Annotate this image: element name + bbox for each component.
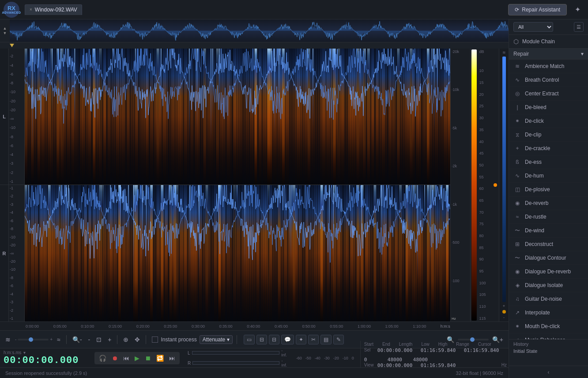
monitor-btn[interactable]: 🎧 [97, 353, 108, 363]
transport-bar: h:m:s.ms ▾ 00:00:00.000 🎧 ⏺ ⏮ ▶ ⏹ 🔁 ⏭ L [0, 348, 509, 367]
zoom-slider-thumb[interactable] [29, 337, 33, 342]
db-n4-r: -4 [10, 210, 23, 215]
module-item-ambience-match[interactable]: ≋ Ambience Match [509, 60, 588, 73]
file-tab[interactable]: × Window-092.WAV [25, 4, 82, 15]
ambience-match-icon: ≋ [513, 62, 521, 70]
repair-dropdown[interactable]: Repair ▾ [509, 49, 588, 60]
left-meter-bar [192, 351, 280, 355]
prev-btn[interactable]: ⏮ [121, 353, 131, 363]
main-layout: ▲ ▼ L R [0, 19, 588, 378]
module-item-de-crackle[interactable]: + De-crackle [509, 142, 588, 155]
right-meter-row: R -Inf. [188, 359, 288, 367]
left-meter-inf: -Inf. [281, 348, 288, 357]
module-item-de-ess[interactable]: ß De-ess [509, 155, 588, 169]
zoom-slider-right-thumb[interactable] [470, 337, 475, 342]
spectrogram-main[interactable] [25, 49, 450, 321]
pan-btn[interactable]: ✥ [133, 335, 142, 344]
module-item-dialogue-de-reverb[interactable]: ◉ Dialogue De-reverb [509, 265, 588, 279]
attenuate-select[interactable]: Attenuate ▾ [200, 335, 233, 344]
module-item-deconstruct[interactable]: ⊞ Deconstruct [509, 238, 588, 251]
next-btn[interactable]: ⏭ [167, 353, 177, 363]
vu-zoom-in[interactable]: + [503, 304, 505, 308]
attenuate-dropdown-arrow: ▾ [227, 336, 230, 343]
spectrogram-area[interactable]: L R -2 -4 -6 -8 -10 -20 -20 -∞ [0, 49, 509, 321]
gain-btn[interactable]: ▤ [320, 335, 332, 344]
rect-select-btn[interactable]: ▭ [244, 335, 255, 344]
play-btn[interactable]: ▶ [133, 353, 141, 363]
stop-btn[interactable]: ⏹ [143, 353, 153, 363]
expand-arrow-icon: ‹ [548, 369, 550, 375]
module-item-interpolate[interactable]: ↗ Interpolate [509, 306, 588, 320]
db-ninf-r: -∞ [10, 251, 23, 256]
ms-60: -60 [296, 356, 302, 360]
waveform-view-btn[interactable]: ≋ [4, 335, 12, 344]
pencil-btn[interactable]: ✎ [333, 335, 344, 344]
zoom-plus-icon[interactable]: + [50, 337, 53, 342]
vu-zoom-out[interactable]: - [503, 315, 505, 320]
module-item-de-hum[interactable]: ∿ De-hum [509, 169, 588, 183]
module-filter-select[interactable]: All Repair Utility [513, 22, 553, 32]
db-45: 45 [479, 151, 498, 155]
module-chain-row[interactable]: ⬡ Module Chain [509, 35, 588, 49]
mini-waveform-canvas[interactable] [10, 19, 509, 42]
module-item-de-click[interactable]: ⁕ De-click [509, 114, 588, 128]
instant-process-checkbox[interactable] [152, 336, 158, 343]
spectrogram-toggle-btn[interactable]: ≈ [55, 335, 62, 344]
breath-control-icon: ∿ [513, 76, 521, 84]
time-select-btn[interactable]: ⊟ [256, 335, 267, 344]
zoom-fit-btn[interactable]: ⊡ [94, 335, 103, 344]
lower-channel-spectrogram[interactable] [25, 185, 450, 321]
zoom-minus-icon[interactable]: - [15, 337, 16, 342]
info-bar: Session reopened successfully (2.9 s) 32… [0, 367, 509, 378]
module-item-de-reverb[interactable]: ◉ De-reverb [509, 197, 588, 210]
module-item-mouth-de-click[interactable]: ⁕ Mouth De-click [509, 320, 588, 333]
module-item-center-extract[interactable]: ◎ Center Extract [509, 87, 588, 101]
db-n6-r2: -6 [10, 284, 23, 288]
loop-btn[interactable]: 🔁 [155, 353, 166, 363]
freq-select-btn[interactable]: ⊟ [269, 335, 279, 344]
tick-45: 0:45:00 [275, 324, 288, 329]
db-gradient-bar [471, 49, 477, 321]
vu-indicator [502, 310, 506, 314]
magic-wand-btn[interactable]: ✦ [296, 335, 306, 344]
module-item-guitar-de-noise[interactable]: ♫ Guitar De-noise [509, 292, 588, 306]
zoom-out-2-btn[interactable]: - [87, 335, 92, 344]
db-35: 35 [479, 128, 498, 132]
module-item-de-bleed[interactable]: | De-bleed [509, 101, 588, 114]
settings-icon[interactable]: ✦ [570, 3, 584, 17]
sel-end: 01:16:59.840 [421, 348, 460, 353]
timecode-display: 00:00:00.000 [4, 355, 92, 366]
panel-menu-button[interactable]: ☰ [574, 22, 584, 32]
de-bleed-label: De-bleed [525, 104, 547, 110]
panel-header: All Repair Utility ☰ [509, 19, 588, 35]
zoom-slider[interactable] [18, 339, 49, 340]
db-n10: -10 [10, 90, 23, 94]
upper-channel-spectrogram[interactable] [25, 49, 450, 185]
record-btn[interactable]: ⏺ [110, 353, 120, 363]
panel-expand-button[interactable]: ‹ [509, 366, 588, 378]
repair-assistant-button[interactable]: ⟳ Repair Assistant [508, 4, 567, 15]
module-item-de-clip[interactable]: ⧖ De-clip [509, 128, 588, 142]
zoom-region-btn[interactable]: ⊕ [121, 335, 130, 344]
db-n8-r2: -8 [10, 276, 23, 280]
zoom-slider-right[interactable] [458, 339, 489, 340]
zoom-out-btn[interactable]: 🔍- [71, 335, 84, 344]
repair-dropdown-label: Repair [513, 51, 529, 57]
lower-db-scale: -1 -2 -3 -4 -6 -8 -10 -20 -∞ -20 -10 -8 … [9, 185, 24, 321]
collapse-arrows[interactable]: ▲ ▼ [0, 19, 10, 42]
module-item-de-wind[interactable]: 〜 De-wind [509, 224, 588, 238]
de-click-icon: ⁕ [513, 117, 521, 125]
module-item-de-plosive[interactable]: ◫ De-plosive [509, 183, 588, 197]
scissors-btn[interactable]: ✂ [308, 335, 319, 344]
module-item-dialogue-contour[interactable]: 〜 Dialogue Contour [509, 251, 588, 265]
module-item-breath-control[interactable]: ∿ Breath Control [509, 73, 588, 87]
db-n10-r2: -10 [10, 267, 23, 272]
module-item-music-rebalance[interactable]: ♬ Music Rebalance [509, 333, 588, 339]
module-item-de-rustle[interactable]: ≈ De-rustle [509, 210, 588, 224]
module-item-dialogue-isolate[interactable]: ◈ Dialogue Isolate [509, 279, 588, 292]
zoom-in-btn[interactable]: + [106, 335, 113, 344]
format-info: 32-bit float | 96000 Hz [456, 370, 503, 376]
db-n6-r: -6 [10, 219, 23, 223]
close-x[interactable]: × [30, 7, 32, 12]
lasso-select-btn[interactable]: 💬 [281, 335, 294, 344]
